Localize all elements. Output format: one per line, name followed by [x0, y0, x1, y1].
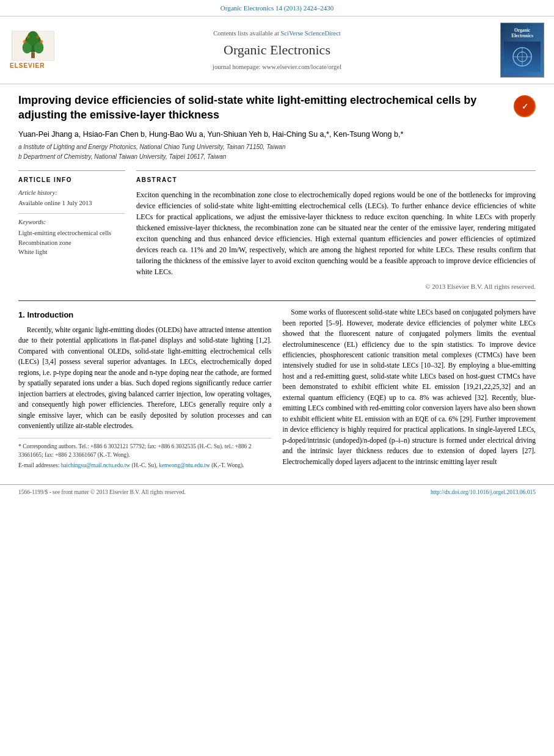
elsevier-logo-left: ELSEVIER — [10, 30, 59, 71]
issn-note: 1566-1199/$ - see front matter © 2013 El… — [18, 489, 186, 497]
sciverse-link[interactable]: SciVerse ScienceDirect — [280, 30, 340, 37]
article-info-heading: ARTICLE INFO — [18, 176, 125, 185]
article-history-value: Available online 1 July 2013 — [18, 198, 125, 208]
body-left-column: 1. Introduction Recently, white organic … — [18, 307, 272, 470]
journal-center-info: Contents lists available at SciVerse Sci… — [66, 29, 488, 71]
article-info-abstract-row: ARTICLE INFO Article history: Available … — [18, 170, 536, 292]
affiliation-b: b Department of Chemistry, National Taiw… — [18, 153, 536, 162]
intro-left-paragraph: Recently, white organic light-emitting d… — [18, 325, 272, 432]
elsevier-tree-icon — [10, 30, 56, 62]
cover-title: OrganicElectronics — [511, 27, 533, 38]
corresponding-author-note: * Corresponding authors. Tel.: +886 6 30… — [18, 442, 272, 460]
svg-point-9 — [36, 35, 39, 38]
page-wrapper: Organic Electronics 14 (2013) 2424–2430 — [0, 0, 554, 756]
intro-right-paragraph: Some works of fluorescent solid-state wh… — [283, 307, 536, 467]
section1-heading: 1. Introduction — [18, 310, 272, 321]
journal-citation: Organic Electronics 14 (2013) 2424–2430 — [221, 4, 334, 12]
email-name-2: (K.-T. Wong). — [211, 462, 244, 468]
abstract-copyright: © 2013 Elsevier B.V. All rights reserved… — [136, 282, 536, 292]
elsevier-wordmark: ELSEVIER — [10, 62, 45, 71]
section1-right-text: Some works of fluorescent solid-state wh… — [283, 307, 536, 467]
cover-graphic-icon — [507, 45, 538, 69]
journal-cover-image: OrganicElectronics — [500, 23, 544, 78]
svg-point-7 — [40, 40, 43, 43]
journal-cover-right: OrganicElectronics — [495, 23, 544, 78]
journal-homepage-line: journal homepage: www.elsevier.com/locat… — [66, 62, 488, 71]
email-address-2[interactable]: kenwong@ntu.edu.tw — [159, 462, 210, 468]
contents-available-line: Contents lists available at SciVerse Sci… — [66, 29, 488, 38]
article-info-panel: ARTICLE INFO Article history: Available … — [18, 170, 125, 292]
email-note-line: E-mail addresses: haichingsu@mail.nctu.e… — [18, 461, 272, 470]
article-history-label: Article history: — [18, 188, 125, 197]
doi-link[interactable]: http://dx.doi.org/10.1016/j.orgel.2013.0… — [431, 489, 536, 497]
crossmark-icon: ✓ — [514, 95, 536, 117]
svg-point-6 — [23, 40, 27, 43]
article-info-divider — [18, 213, 125, 214]
abstract-heading: ABSTRACT — [136, 176, 536, 185]
affiliation-a: a Institute of Lighting and Energy Photo… — [18, 143, 536, 152]
body-two-column: 1. Introduction Recently, white organic … — [18, 307, 536, 470]
keywords-label: Keywords: — [18, 217, 125, 227]
authors-line: Yuan-Pei Jhang a, Hsiao-Fan Chen b, Hung… — [18, 129, 536, 140]
abstract-panel: ABSTRACT Exciton quenching in the recomb… — [136, 170, 536, 292]
keyword-1: Light-emitting electrochemical cells — [18, 228, 125, 238]
body-right-column: Some works of fluorescent solid-state wh… — [283, 307, 536, 470]
crossmark-svg-icon: ✓ — [514, 96, 535, 117]
svg-rect-1 — [31, 52, 35, 58]
svg-text:✓: ✓ — [522, 102, 528, 111]
footnotes-panel: * Corresponding authors. Tel.: +886 6 30… — [18, 438, 272, 470]
email-label: E-mail addresses: — [18, 462, 59, 468]
journal-title: Organic Electronics — [66, 40, 488, 60]
main-content: Improving device efficiencies of solid-s… — [0, 84, 554, 478]
article-title-section: Improving device efficiencies of solid-s… — [18, 93, 536, 123]
keyword-2: Recombination zone — [18, 238, 125, 248]
crossmark-badge[interactable]: ✓ — [514, 95, 536, 117]
journal-citation-bar: Organic Electronics 14 (2013) 2424–2430 — [0, 0, 554, 16]
email-address-1[interactable]: haichingsu@mail.nctu.edu.tw — [61, 462, 131, 468]
article-title: Improving device efficiencies of solid-s… — [18, 93, 508, 123]
section1-left-text: Recently, white organic light-emitting d… — [18, 325, 272, 432]
svg-point-8 — [27, 35, 30, 38]
page-footer: 1566-1199/$ - see front matter © 2013 El… — [0, 484, 554, 501]
journal-header: ELSEVIER Contents lists available at Sci… — [0, 16, 554, 84]
email-name-1: (H.-C. Su), — [132, 462, 158, 468]
keyword-3: White light — [18, 247, 125, 257]
abstract-text: Exciton quenching in the recombination z… — [136, 189, 536, 277]
body-section-divider — [18, 300, 536, 301]
